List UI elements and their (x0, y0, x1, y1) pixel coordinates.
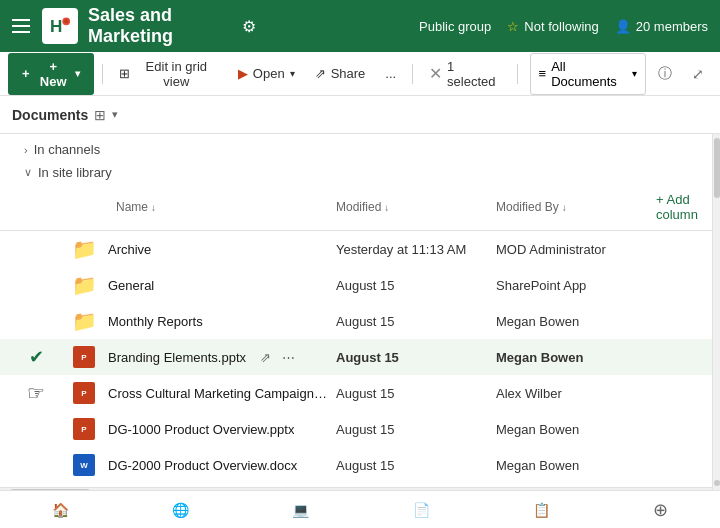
nav-clipboard[interactable]: 📋 (517, 496, 566, 524)
section-in-site-library[interactable]: ∨ In site library (0, 161, 712, 184)
following-button[interactable]: ☆ Not following (507, 19, 598, 34)
horizontal-scrollbar[interactable] (0, 487, 712, 490)
file-icon-cell: P (60, 382, 108, 404)
nav-globe[interactable]: 🌐 (156, 496, 205, 524)
globe-icon: 🌐 (172, 502, 189, 518)
file-modified-by-cell: Megan Bowen (488, 350, 648, 365)
file-modified-by-cell: Alex Wilber (488, 386, 648, 401)
members-icon: 👤 (615, 19, 631, 34)
vertical-scrollbar[interactable] (712, 134, 720, 490)
toolbar-divider-3 (517, 64, 518, 84)
v-scrollbar-thumb[interactable] (714, 138, 720, 198)
clipboard-icon: 📋 (533, 502, 550, 518)
th-modified-by[interactable]: Modified By ↓ (488, 196, 648, 218)
file-row[interactable]: ✔PBranding Elements.pptx ⇗ ⋯ August 15Me… (0, 339, 712, 375)
file-icon-cell: 📁 (60, 237, 108, 261)
open-button[interactable]: ▶ Open ▾ (230, 61, 303, 86)
cursor-icon: ☞ (27, 381, 45, 405)
file-row[interactable]: 📁GeneralAugust 15SharePoint App (0, 267, 712, 303)
chevron-down-icon: ∨ (24, 166, 32, 179)
members-button[interactable]: 👤 20 members (615, 19, 708, 34)
info-button[interactable]: ⓘ (650, 60, 680, 88)
file-name-link[interactable]: Archive (108, 242, 151, 257)
file-name-link[interactable]: DG-1000 Product Overview.pptx (108, 422, 294, 437)
file-modified-cell: Yesterday at 11:13 AM (328, 242, 488, 257)
page-title: Sales and Marketing (88, 5, 232, 47)
file-check-cell[interactable]: ✔ (12, 346, 60, 368)
hamburger-menu[interactable] (12, 16, 32, 36)
add-column-button[interactable]: + Add column (648, 188, 712, 226)
file-row[interactable]: ☞PCross Cultural Marketing Campaigns.ppt… (0, 375, 712, 411)
docx-icon: W (73, 454, 95, 476)
sort-icon: ↓ (151, 202, 156, 213)
file-name-link[interactable]: DG-2000 Product Overview.docx (108, 458, 297, 473)
all-documents-button[interactable]: ≡ All Documents ▾ (530, 53, 646, 95)
expand-button[interactable]: ⤢ (684, 61, 712, 87)
svg-text:H: H (50, 17, 62, 36)
folder-icon: 📁 (72, 309, 97, 333)
file-modified-by-cell: MOD Administrator (488, 242, 648, 257)
file-modified-by-cell: SharePoint App (488, 278, 648, 293)
file-modified-by-cell: Megan Bowen (488, 314, 648, 329)
file-modified-cell: August 15 (328, 314, 488, 329)
chevron-right-icon: › (24, 144, 28, 156)
open-icon: ▶ (238, 66, 248, 81)
file-name-cell: Archive (108, 242, 328, 257)
h-scrollbar-thumb[interactable] (10, 489, 90, 490)
bottom-navigation: 🏠 🌐 💻 📄 📋 ⊕ (0, 490, 720, 528)
group-type-label: Public group (419, 19, 491, 34)
file-name-cell: Branding Elements.pptx ⇗ ⋯ (108, 348, 328, 367)
edit-grid-button[interactable]: ⊞ Edit in grid view (111, 54, 226, 94)
star-icon: ☆ (507, 19, 519, 34)
nav-document[interactable]: 📄 (397, 496, 446, 524)
nav-add[interactable]: ⊕ (637, 493, 684, 527)
document-icon: 📄 (413, 502, 430, 518)
file-name-link[interactable]: Cross Cultural Marketing Campaigns.pptx (108, 386, 328, 401)
file-icon-cell: 📁 (60, 309, 108, 333)
grid-icon: ⊞ (119, 66, 130, 81)
file-row[interactable]: PDG-1000 Product Overview.pptxAugust 15M… (0, 411, 712, 447)
selected-badge: ✕ 1 selected (421, 55, 509, 93)
settings-icon[interactable]: ⚙ (242, 17, 256, 36)
file-check-cell[interactable]: ☞ (12, 381, 60, 405)
info-icon: ⓘ (658, 65, 672, 83)
documents-title: Documents (12, 107, 88, 123)
share-icon: ⇗ (315, 66, 326, 81)
filter-icon: ≡ (539, 66, 547, 81)
file-icon-cell: P (60, 418, 108, 440)
nav-home[interactable]: 🏠 (36, 496, 85, 524)
more-row-button[interactable]: ⋯ (278, 348, 299, 367)
folder-icon: 📁 (72, 273, 97, 297)
nav-computer[interactable]: 💻 (276, 496, 325, 524)
share-row-button[interactable]: ⇗ (256, 348, 275, 367)
file-name-cell: General (108, 278, 328, 293)
share-button[interactable]: ⇗ Share (307, 61, 374, 86)
file-row[interactable]: 📁ArchiveYesterday at 11:13 AMMOD Adminis… (0, 231, 712, 267)
documents-header: Documents ⊞ ▾ (0, 96, 720, 134)
section-in-channels[interactable]: › In channels (0, 138, 712, 161)
more-button[interactable]: ... (377, 61, 404, 86)
view-chevron[interactable]: ▾ (112, 108, 118, 121)
file-row[interactable]: 📁Monthly ReportsAugust 15Megan Bowen (0, 303, 712, 339)
file-modified-cell: August 15 (328, 278, 488, 293)
pptx-icon: P (73, 382, 95, 404)
file-row[interactable]: WDG-2000 Product Overview.docxAugust 15M… (0, 447, 712, 483)
expand-icon: ⤢ (692, 66, 704, 82)
computer-icon: 💻 (292, 502, 309, 518)
file-modified-cell: August 15 (328, 350, 488, 365)
file-list: › In channels ∨ In site library Name ↓ (0, 134, 712, 487)
file-name-link[interactable]: General (108, 278, 154, 293)
view-toggle-icon[interactable]: ⊞ (94, 107, 106, 123)
file-name-link[interactable]: Monthly Reports (108, 314, 203, 329)
file-name-cell: Monthly Reports (108, 314, 328, 329)
th-modified[interactable]: Modified ↓ (328, 196, 488, 218)
new-button[interactable]: + + New ▾ (8, 53, 94, 95)
file-icon-cell: 📁 (60, 273, 108, 297)
toolbar-divider-2 (412, 64, 413, 84)
clear-selection-icon[interactable]: ✕ (429, 64, 442, 83)
file-name-link[interactable]: Branding Elements.pptx (108, 350, 246, 365)
th-name[interactable]: Name ↓ (108, 196, 328, 218)
file-icon-cell: P (60, 346, 108, 368)
file-rows-container: 📁ArchiveYesterday at 11:13 AMMOD Adminis… (0, 231, 712, 483)
all-docs-chevron: ▾ (632, 68, 637, 79)
